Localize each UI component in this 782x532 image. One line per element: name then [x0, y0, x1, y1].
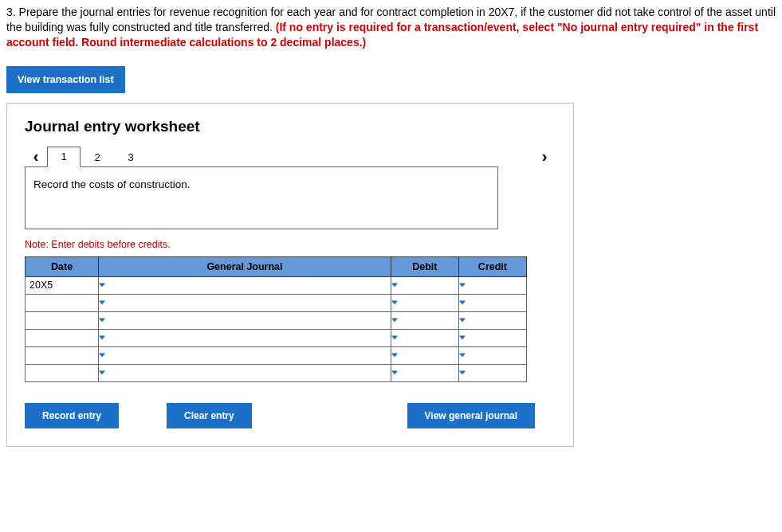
table-row [26, 294, 527, 311]
debit-cell[interactable] [391, 276, 458, 294]
table-row [26, 329, 527, 346]
credit-cell[interactable] [458, 294, 526, 311]
date-cell[interactable] [26, 311, 99, 329]
credit-cell[interactable] [458, 329, 526, 346]
date-cell[interactable] [26, 364, 99, 381]
worksheet-title: Journal entry worksheet [25, 118, 556, 135]
button-row: Record entry Clear entry View general jo… [25, 403, 535, 428]
tab-3[interactable]: 3 [114, 147, 147, 167]
chevron-right-icon[interactable]: › [533, 147, 556, 166]
chevron-left-icon[interactable]: ‹ [25, 147, 47, 166]
date-cell[interactable] [26, 294, 99, 311]
debits-before-credits-note: Note: Enter debits before credits. [25, 239, 556, 250]
account-cell[interactable] [99, 364, 391, 381]
header-date: Date [26, 256, 99, 276]
table-row [26, 311, 527, 329]
table-row [26, 364, 527, 381]
tab-2[interactable]: 2 [81, 147, 114, 167]
credit-cell[interactable] [458, 364, 526, 381]
view-general-journal-button[interactable]: View general journal [407, 403, 535, 428]
date-cell[interactable]: 20X5 [26, 276, 99, 294]
header-debit: Debit [391, 256, 458, 276]
account-cell[interactable] [99, 294, 391, 311]
journal-entry-worksheet: Journal entry worksheet ‹ 1 2 3 › Record… [6, 103, 574, 447]
account-cell[interactable] [99, 276, 391, 294]
debit-cell[interactable] [391, 311, 458, 329]
instruction-text: Record the costs of construction. [33, 178, 191, 190]
instruction-panel: Record the costs of construction. [25, 166, 498, 229]
debit-cell[interactable] [391, 364, 458, 381]
header-general-journal: General Journal [99, 256, 391, 276]
debit-cell[interactable] [391, 346, 458, 364]
debit-cell[interactable] [391, 329, 458, 346]
journal-entry-table: Date General Journal Debit Credit 20X5 [25, 256, 527, 382]
account-cell[interactable] [99, 329, 391, 346]
tabs-row: ‹ 1 2 3 › [25, 147, 556, 167]
date-cell[interactable] [26, 329, 99, 346]
clear-entry-button[interactable]: Clear entry [167, 403, 252, 428]
tab-1[interactable]: 1 [47, 147, 81, 167]
account-cell[interactable] [99, 346, 391, 364]
account-cell[interactable] [99, 311, 391, 329]
header-credit: Credit [458, 256, 526, 276]
credit-cell[interactable] [458, 311, 526, 329]
record-entry-button[interactable]: Record entry [25, 403, 119, 428]
credit-cell[interactable] [458, 276, 526, 294]
date-cell[interactable] [26, 346, 99, 364]
view-transaction-list-button[interactable]: View transaction list [6, 66, 125, 93]
credit-cell[interactable] [458, 346, 526, 364]
table-row: 20X5 [26, 276, 527, 294]
table-row [26, 346, 527, 364]
question-text: 3. Prepare the journal entries for reven… [6, 5, 776, 50]
debit-cell[interactable] [391, 294, 458, 311]
